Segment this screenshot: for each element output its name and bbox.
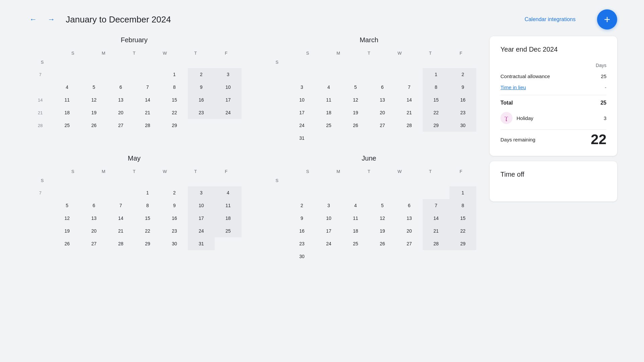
- cal-day[interactable]: [369, 68, 396, 81]
- cal-day[interactable]: 15: [423, 94, 449, 106]
- cal-day[interactable]: 23: [161, 225, 188, 237]
- cal-day[interactable]: 28: [423, 237, 449, 250]
- cal-day[interactable]: 12: [342, 94, 369, 106]
- cal-day[interactable]: 19: [80, 106, 107, 119]
- cal-day[interactable]: 21: [423, 225, 449, 237]
- cal-day[interactable]: 12: [80, 94, 107, 106]
- cal-day[interactable]: 20: [80, 225, 107, 237]
- cal-day[interactable]: [342, 186, 369, 199]
- cal-day[interactable]: 1: [134, 186, 161, 199]
- cal-day[interactable]: [423, 132, 449, 144]
- cal-day[interactable]: [342, 68, 369, 81]
- cal-day[interactable]: [315, 132, 342, 144]
- cal-day[interactable]: 9: [449, 81, 476, 94]
- cal-day[interactable]: 21: [107, 225, 134, 237]
- cal-day[interactable]: 24: [188, 225, 215, 237]
- cal-day[interactable]: 2: [288, 199, 315, 212]
- cal-day[interactable]: [107, 186, 134, 199]
- cal-day[interactable]: [54, 68, 80, 81]
- cal-day[interactable]: 7: [423, 199, 449, 212]
- cal-day[interactable]: 5: [80, 81, 107, 94]
- cal-day[interactable]: [369, 132, 396, 144]
- cal-day[interactable]: 18: [342, 225, 369, 237]
- cal-day[interactable]: 14: [423, 212, 449, 225]
- cal-day[interactable]: 30: [288, 250, 315, 263]
- cal-day[interactable]: 12: [54, 212, 80, 225]
- cal-day[interactable]: 4: [215, 186, 241, 199]
- cal-day[interactable]: 2: [449, 68, 476, 81]
- cal-day[interactable]: 22: [134, 225, 161, 237]
- cal-day[interactable]: 10: [315, 212, 342, 225]
- cal-day[interactable]: 9: [188, 81, 215, 94]
- cal-day[interactable]: 10: [215, 81, 241, 94]
- cal-day[interactable]: 26: [80, 119, 107, 132]
- cal-day[interactable]: 3: [315, 199, 342, 212]
- cal-day[interactable]: 20: [396, 225, 423, 237]
- cal-day[interactable]: 18: [54, 106, 80, 119]
- cal-day[interactable]: 1: [161, 68, 188, 81]
- cal-day[interactable]: [396, 132, 423, 144]
- cal-day[interactable]: [396, 68, 423, 81]
- cal-day[interactable]: 21: [134, 106, 161, 119]
- cal-day[interactable]: [107, 68, 134, 81]
- cal-day[interactable]: 30: [449, 119, 476, 132]
- prev-arrow[interactable]: ←: [27, 14, 40, 25]
- cal-day[interactable]: 26: [369, 237, 396, 250]
- cal-day[interactable]: 25: [54, 119, 80, 132]
- cal-day[interactable]: 11: [315, 94, 342, 106]
- cal-day[interactable]: [315, 68, 342, 81]
- cal-day[interactable]: [423, 186, 449, 199]
- cal-day[interactable]: 11: [54, 94, 80, 106]
- cal-day[interactable]: 13: [396, 212, 423, 225]
- cal-day[interactable]: 30: [161, 237, 188, 250]
- cal-day[interactable]: 28: [107, 237, 134, 250]
- cal-day[interactable]: 8: [423, 81, 449, 94]
- cal-day[interactable]: 11: [215, 199, 241, 212]
- cal-day[interactable]: 25: [315, 119, 342, 132]
- cal-day[interactable]: 8: [134, 199, 161, 212]
- cal-day[interactable]: 7: [134, 81, 161, 94]
- cal-day[interactable]: 31: [288, 132, 315, 144]
- cal-day[interactable]: 29: [161, 119, 188, 132]
- cal-day[interactable]: 8: [161, 81, 188, 94]
- cal-day[interactable]: 19: [54, 225, 80, 237]
- time-in-lieu-link[interactable]: Time in lieu: [500, 84, 526, 90]
- cal-day[interactable]: [215, 119, 241, 132]
- cal-day[interactable]: 15: [449, 212, 476, 225]
- cal-day[interactable]: 10: [288, 94, 315, 106]
- cal-day[interactable]: 17: [215, 94, 241, 106]
- cal-day[interactable]: 8: [449, 199, 476, 212]
- cal-day[interactable]: 28: [396, 119, 423, 132]
- cal-day[interactable]: 29: [134, 237, 161, 250]
- cal-day[interactable]: 9: [161, 199, 188, 212]
- cal-day[interactable]: 15: [161, 94, 188, 106]
- cal-day[interactable]: 21: [396, 106, 423, 119]
- cal-day[interactable]: 25: [342, 237, 369, 250]
- cal-day[interactable]: 9: [288, 212, 315, 225]
- cal-day[interactable]: 5: [54, 199, 80, 212]
- cal-day[interactable]: 5: [369, 199, 396, 212]
- cal-day[interactable]: 20: [369, 106, 396, 119]
- cal-day[interactable]: [423, 250, 449, 263]
- add-button[interactable]: +: [597, 9, 617, 29]
- cal-day[interactable]: 16: [288, 225, 315, 237]
- cal-day[interactable]: 3: [188, 186, 215, 199]
- cal-day[interactable]: 27: [80, 237, 107, 250]
- cal-day[interactable]: 1: [449, 186, 476, 199]
- cal-day[interactable]: 3: [288, 81, 315, 94]
- cal-day[interactable]: 20: [107, 106, 134, 119]
- cal-day[interactable]: 11: [342, 212, 369, 225]
- cal-day[interactable]: 24: [215, 106, 241, 119]
- cal-day[interactable]: 2: [188, 68, 215, 81]
- cal-day[interactable]: [288, 68, 315, 81]
- cal-day[interactable]: 19: [342, 106, 369, 119]
- cal-day[interactable]: 23: [188, 106, 215, 119]
- cal-day[interactable]: 13: [369, 94, 396, 106]
- cal-day[interactable]: 4: [342, 199, 369, 212]
- cal-day[interactable]: [342, 250, 369, 263]
- cal-day[interactable]: 22: [423, 106, 449, 119]
- cal-day[interactable]: 31: [188, 237, 215, 250]
- cal-day[interactable]: 13: [80, 212, 107, 225]
- cal-day[interactable]: 10: [188, 199, 215, 212]
- cal-day[interactable]: [54, 186, 80, 199]
